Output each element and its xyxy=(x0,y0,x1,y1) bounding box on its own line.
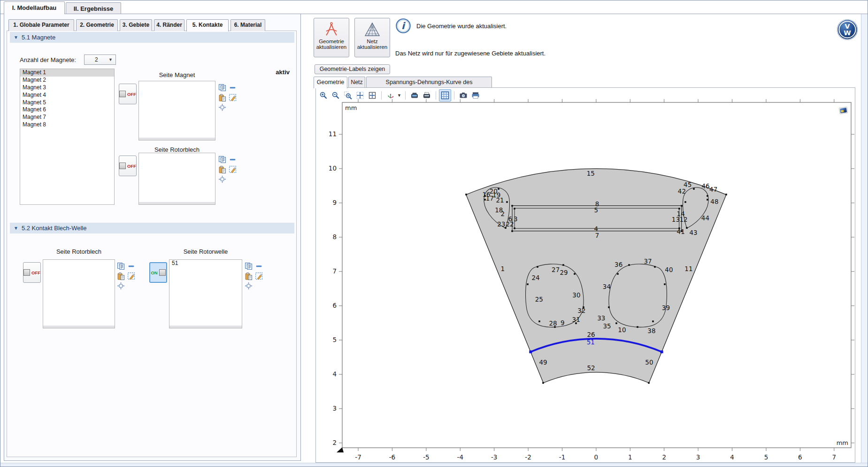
clear-selection-button[interactable] xyxy=(229,93,237,102)
edge-label-41: 41 xyxy=(677,228,685,235)
button-label: Netz xyxy=(355,39,390,44)
geometry-plot[interactable]: -7-6-5-4-3-2-101234567234567891011mmmm15… xyxy=(315,87,855,463)
edge-label-3: 3 xyxy=(514,215,518,223)
remove-icon xyxy=(127,262,135,270)
clear-selection-button[interactable] xyxy=(127,272,136,280)
edge-label-33: 33 xyxy=(597,314,605,322)
magnet-count-select[interactable]: 2 ▼ xyxy=(84,54,116,65)
copy-button[interactable] xyxy=(245,262,253,271)
remove-button[interactable] xyxy=(127,262,136,271)
zoom-box-button[interactable] xyxy=(342,89,354,101)
magnet-list-item[interactable]: Magnet 6 xyxy=(20,106,114,114)
toggle-seite-magnet[interactable]: OFF xyxy=(119,84,137,104)
magnet-list-item[interactable]: Magnet 2 xyxy=(20,77,114,84)
selection-list-seite-magnet[interactable] xyxy=(138,81,215,140)
edge-label-36: 36 xyxy=(615,261,622,268)
subtab--gebiete[interactable]: 3. Gebiete xyxy=(120,19,152,31)
section-title: 5.2 Kontakt Blech-Welle xyxy=(22,225,87,232)
magnet-list-item[interactable]: Magnet 3 xyxy=(20,84,114,92)
plot-settings-icon[interactable] xyxy=(838,106,849,115)
edge-label-35: 35 xyxy=(603,322,611,330)
toggle-state: OFF xyxy=(127,163,136,169)
show-geometry-labels-button[interactable]: Geometrie-Labels zeigen xyxy=(315,64,390,74)
copy-button[interactable] xyxy=(218,84,227,92)
edge-label-15: 15 xyxy=(587,170,595,177)
paste-button[interactable] xyxy=(117,272,125,280)
magnet-list-item[interactable]: Magnet 5 xyxy=(20,99,114,107)
magnet-list-item[interactable]: Magnet 7 xyxy=(20,114,114,121)
clear-selection-icon xyxy=(229,165,237,173)
subtab--r-nder[interactable]: 4. Ränder xyxy=(154,19,184,31)
copy-button[interactable] xyxy=(218,156,227,164)
selection-list-seite-rotorblech-1[interactable] xyxy=(138,153,215,205)
magnet-list-item[interactable]: Magnet 4 xyxy=(20,92,114,99)
edge-label-30: 30 xyxy=(572,291,580,299)
print-button[interactable] xyxy=(469,89,482,101)
edge-label-28: 28 xyxy=(549,319,557,327)
zoom-fit-button[interactable] xyxy=(366,89,378,101)
vw-letter-w: W xyxy=(844,29,851,37)
zoom-in-button[interactable] xyxy=(317,89,330,101)
section-header-magnete[interactable]: ▼5.1 Magnete xyxy=(10,32,294,43)
edge-label-26: 26 xyxy=(587,331,595,338)
zoom-to-selection-icon xyxy=(218,103,226,111)
svg-text:3: 3 xyxy=(332,405,337,412)
snapshot-button[interactable] xyxy=(457,89,469,101)
caret-down-icon[interactable]: ▼ xyxy=(397,93,401,98)
subtab--geometrie[interactable]: 2. Geometrie xyxy=(76,19,118,31)
edge-label-23: 23 xyxy=(497,220,505,228)
aktiv-label: aktiv xyxy=(261,69,290,76)
zoom-to-selection-button[interactable] xyxy=(218,103,227,112)
remove-button[interactable] xyxy=(255,262,263,271)
top-tab-ergebnisse[interactable]: II. Ergebnisse xyxy=(66,2,121,14)
view-tab-spannungsdehnungskurve[interactable]: Spannungs-Dehnungs-Kurve des Blechmateri… xyxy=(366,77,492,88)
vertical-scrollbar[interactable] xyxy=(861,14,868,463)
collapse-icon: ▼ xyxy=(14,32,18,43)
top-tab-modellaufbau[interactable]: I. Modellaufbau xyxy=(4,1,65,14)
remove-button[interactable] xyxy=(229,84,237,92)
clear-selection-button[interactable] xyxy=(255,272,263,280)
edge-label-4: 4 xyxy=(594,225,599,233)
magnet-count-value: 2 xyxy=(95,56,98,63)
subtab--kontakte[interactable]: 5. Kontakte xyxy=(186,19,229,31)
zoom-out-button[interactable] xyxy=(330,89,342,101)
zoom-box-icon xyxy=(344,91,352,100)
geometry-plot-svg[interactable]: -7-6-5-4-3-2-101234567234567891011mmmm15… xyxy=(315,87,855,463)
grid-button[interactable] xyxy=(439,89,451,101)
caption-seite-rotorwelle: Seite Rotorwelle xyxy=(169,248,242,255)
view-orientation-icon xyxy=(386,91,395,100)
selection-item[interactable]: 51 xyxy=(169,260,242,267)
section-header-kontakt-blech-welle[interactable]: ▼5.2 Kontakt Blech-Welle xyxy=(10,223,294,234)
export-animation-button[interactable] xyxy=(421,89,433,101)
copy-icon xyxy=(218,84,226,92)
magnet-list-item[interactable]: Magnet 8 xyxy=(20,121,114,129)
zoom-to-selection-button[interactable] xyxy=(117,282,125,290)
subtab--material[interactable]: 6. Material xyxy=(230,19,265,31)
view-tab-geometrie[interactable]: Geometrie xyxy=(314,77,347,88)
export-image-button[interactable] xyxy=(408,89,421,101)
magnet-list[interactable]: Magnet 1Magnet 2Magnet 3Magnet 4Magnet 5… xyxy=(20,69,115,205)
zoom-extents-button[interactable] xyxy=(354,89,366,101)
update-mesh-button[interactable]: Netz aktualisieren xyxy=(354,18,390,57)
zoom-to-selection-button[interactable] xyxy=(245,282,253,290)
clear-selection-button[interactable] xyxy=(229,165,237,174)
update-geometry-button[interactable]: Geometrie aktualisieren xyxy=(314,18,349,57)
zoom-to-selection-button[interactable] xyxy=(218,175,227,184)
selection-list-seite-rotorwelle[interactable]: 51 xyxy=(169,259,242,328)
toggle-seite-rotorblech-1[interactable]: OFF xyxy=(119,156,137,176)
view-orientation-button[interactable] xyxy=(384,89,397,101)
paste-button[interactable] xyxy=(218,93,227,102)
toggle-seite-rotorblech-2[interactable]: OFF xyxy=(23,262,41,283)
subtab--globale-parameter[interactable]: 1. Globale Parameter xyxy=(8,19,74,31)
paste-button[interactable] xyxy=(218,165,227,174)
paste-button[interactable] xyxy=(245,272,253,280)
edge-label-38: 38 xyxy=(647,327,655,335)
magnet-list-item[interactable]: Magnet 1 xyxy=(20,69,114,77)
paste-icon xyxy=(117,272,125,280)
selection-list-seite-rotorblech-2[interactable] xyxy=(43,259,115,328)
remove-button[interactable] xyxy=(229,156,237,164)
view-tab-netz[interactable]: Netz xyxy=(348,77,365,88)
edge-label-49: 49 xyxy=(539,358,547,366)
toggle-seite-rotorwelle[interactable]: ON xyxy=(149,262,167,283)
copy-button[interactable] xyxy=(117,262,125,271)
